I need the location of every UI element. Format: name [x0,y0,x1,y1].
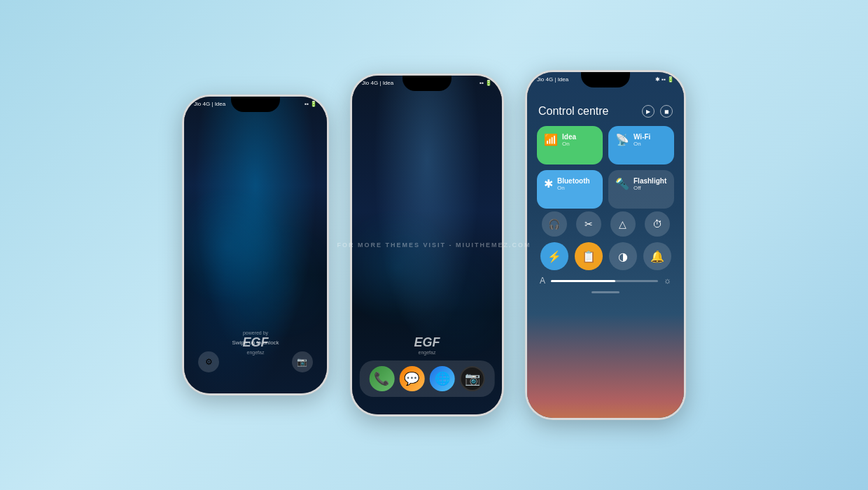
tile-row-2: ✱ Bluetooth On 🔦 Flashlight Off [537,170,674,209]
idea-tile-name: Idea [562,133,576,141]
signal-control: ▪▪ [662,76,666,83]
flashlight-tile-text: Flashlight Off [634,177,666,191]
volume-bar [592,291,620,293]
swipe-text: Swipe up to unlock [232,340,279,346]
signal-home: ▪▪ [479,80,484,86]
stop-icon[interactable]: ◼ [660,105,673,118]
record-icon[interactable]: ▶ [642,105,654,118]
control-centre-title: Control centre [538,105,609,118]
dock-messages[interactable]: 💬 [397,366,427,391]
quick-icons-row: 🎧 ✂ △ ⏱ [527,209,684,239]
round-flash-icon[interactable]: ⚡ [540,242,568,270]
phone-lockscreen: Jio 4G | Idea ▪▪ 🔋 9:28 Monday 09/08 pow… [182,94,329,396]
brightness-min-icon: A [540,276,545,286]
quick-timer-icon[interactable]: ⏱ [645,211,670,237]
tile-wifi[interactable]: 📡 Wi-Fi On [608,126,674,164]
phone-control-centre: Jio 4G | Idea ✱ ▪▪ 🔋 Control centre ▶ ◼ … [525,70,686,420]
idea-tile-icon: 📶 [544,133,558,146]
battery-control: 🔋 [667,76,674,83]
bluetooth-tile-name: Bluetooth [557,177,590,185]
bluetooth-tile-status: On [557,185,590,191]
brightness-bar[interactable] [551,280,658,282]
control-header-icons: ▶ ◼ [642,105,673,118]
notch [231,97,280,112]
dock-camera[interactable]: 📷 [457,366,487,391]
control-centre-header: Control centre ▶ ◼ [527,84,684,126]
brightness-row: A ☼ [527,273,684,288]
homescreen-watermark: EGF engefaz [352,335,502,355]
idea-tile-status: On [562,141,576,147]
notch-control [581,72,630,88]
signal-icon: ▪▪ [304,101,309,107]
carrier-home: Jio 4G | Idea [362,80,393,86]
camera-shortcut-icon[interactable]: ⚙ [198,351,219,372]
tower-visual [184,176,327,351]
status-icons-home: ▪▪ 🔋 [479,80,492,86]
phone-homescreen: Jio 4G | Idea ▪▪ 🔋 G 🎤 📷 9:27 AM | Mon ☁… [350,74,504,416]
messages-icon: 💬 [399,366,424,391]
chrome-icon: 🌐 [430,366,455,391]
brightness-fill [551,280,615,282]
round-clipboard-icon[interactable]: 📋 [575,242,603,270]
lock-bottom: Swipe up to unlock ⚙ 📷 [184,340,327,372]
bluetooth-tile-icon: ✱ [544,177,553,190]
carrier-control: Jio 4G | Idea [537,76,568,83]
phone-call-icon: 📞 [369,366,394,391]
camera-dock-icon: 📷 [460,366,485,391]
wifi-tile-text: Wi-Fi On [634,133,650,147]
round-icons-row: ⚡ 📋 ◑ 🔔 [527,239,684,273]
bluetooth-tile-text: Bluetooth On [557,177,590,191]
lock-shortcut-icons: ⚙ 📷 [198,351,312,372]
tile-flashlight[interactable]: 🔦 Flashlight Off [608,170,674,209]
bluetooth-status-icon: ✱ [655,76,660,83]
egf-logo-home: EGF [352,335,502,350]
powered-by-lock: powered by [184,330,327,335]
wifi-tile-status: On [634,141,650,147]
flashlight-tile-status: Off [634,185,666,191]
round-contrast-icon[interactable]: ◑ [609,242,637,270]
app-dock: 📞 💬 🌐 📷 [360,360,495,397]
quick-crop-icon[interactable]: ✂ [576,211,601,237]
dock-chrome[interactable]: 🌐 [427,366,457,391]
battery-home: 🔋 [485,80,492,86]
wifi-tile-name: Wi-Fi [634,133,650,141]
battery-icon: 🔋 [310,101,317,107]
tile-bluetooth[interactable]: ✱ Bluetooth On [537,170,603,209]
flashlight-shortcut-icon[interactable]: 📷 [292,351,313,372]
idea-tile-text: Idea On [562,133,576,147]
round-volume-icon[interactable]: 🔔 [643,242,671,270]
wifi-tile-icon: 📡 [615,133,629,146]
control-tiles: 📶 Idea On 📡 Wi-Fi On ✱ Bluetooth On [527,126,684,209]
flashlight-tile-name: Flashlight [634,177,666,185]
quick-headphone-icon[interactable]: 🎧 [542,211,567,237]
status-icons-control: ✱ ▪▪ 🔋 [655,76,674,83]
quick-triangle-icon[interactable]: △ [610,211,636,237]
status-icons-lock: ▪▪ 🔋 [304,101,317,107]
volume-indicator [527,288,684,296]
brand-home: engefaz [352,350,502,355]
notch-home [402,76,451,91]
carrier-lock: Jio 4G | Idea [194,101,225,107]
flashlight-tile-icon: 🔦 [615,177,629,190]
tile-row-1: 📶 Idea On 📡 Wi-Fi On [537,126,674,164]
tile-idea[interactable]: 📶 Idea On [537,126,603,164]
brightness-max-icon: ☼ [664,276,671,286]
dock-phone[interactable]: 📞 [367,366,397,391]
